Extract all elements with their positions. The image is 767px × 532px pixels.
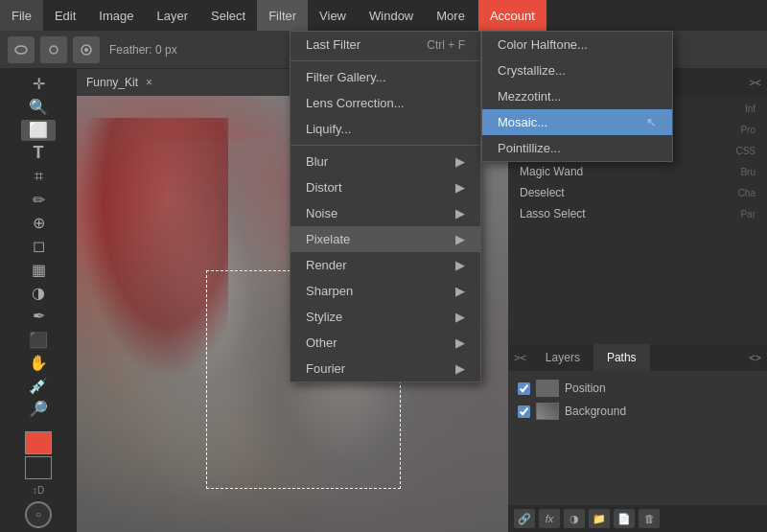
trash-btn[interactable]: 🗑 — [639, 509, 660, 528]
filter-sharpen-label: Sharpen — [306, 284, 353, 298]
pen-tool[interactable]: ✒ — [21, 306, 56, 327]
clone-tool[interactable]: ⊕ — [21, 213, 56, 234]
history-tag-2: Pro — [740, 125, 755, 135]
filter-fourier-arrow: ▶ — [455, 361, 465, 376]
eraser-tool[interactable]: ◻ — [21, 236, 56, 257]
layer-background-visibility[interactable] — [518, 405, 530, 418]
menu-window[interactable]: Window — [358, 0, 425, 31]
foreground-color[interactable] — [25, 431, 52, 454]
effects-btn[interactable]: fx — [539, 509, 560, 528]
filter-fourier[interactable]: Fourier ▶ — [291, 356, 480, 382]
layer-visibility-checkbox[interactable] — [518, 382, 530, 395]
eyedropper-tool[interactable]: 💉 — [21, 375, 56, 396]
history-item-4[interactable]: Magic Wand Bru — [508, 161, 767, 182]
layer-name-background: Background — [565, 405, 626, 418]
filter-stylize-arrow: ▶ — [455, 310, 465, 324]
menu-edit[interactable]: Edit — [43, 0, 87, 31]
menu-image[interactable]: Image — [87, 0, 145, 31]
burn-tool[interactable]: ◑ — [21, 282, 56, 303]
tab-layers[interactable]: Layers — [532, 344, 593, 371]
svg-point-3 — [84, 48, 88, 52]
filter-noise-arrow: ▶ — [455, 206, 465, 220]
filter-noise[interactable]: Noise ▶ — [291, 200, 480, 226]
pixelate-mezzotint[interactable]: Mezzotint... — [482, 83, 672, 109]
pixelate-color-halftone[interactable]: Color Halftone... — [482, 32, 672, 58]
canvas-close-btn[interactable]: × — [146, 76, 152, 89]
shape-tool[interactable]: ⬛ — [21, 329, 56, 350]
filter-render-label: Render — [306, 258, 347, 272]
filter-divider-2 — [291, 145, 480, 146]
pixelate-crystallize[interactable]: Crystallize... — [482, 58, 672, 83]
history-label-6: Lasso Select — [520, 207, 586, 220]
history-item-5[interactable]: Deselect Cha — [508, 182, 767, 203]
history-label-5: Deselect — [520, 186, 565, 199]
layers-content: Position Background — [508, 371, 767, 505]
history-tag-3: CSS — [735, 146, 755, 156]
history-tag-1: Inf — [745, 104, 755, 114]
circle-half-btn[interactable]: ◑ — [564, 509, 585, 528]
pixelate-mosaic[interactable]: Mosaic... ↖ — [482, 109, 672, 135]
filter-distort-label: Distort — [306, 180, 342, 195]
pixelate-mosaic-label: Mosaic... — [498, 115, 547, 129]
filter-liquify-label: Liquify... — [306, 122, 351, 136]
history-item-6[interactable]: Lasso Select Par — [508, 203, 767, 224]
filter-lens-label: Lens Correction... — [306, 96, 405, 110]
pixelate-crystallize-label: Crystallize... — [498, 63, 566, 78]
filter-lens-correction[interactable]: Lens Correction... — [291, 90, 480, 116]
menu-account[interactable]: Account — [478, 0, 546, 31]
menu-filter[interactable]: Filter — [257, 0, 308, 31]
filter-distort-arrow: ▶ — [455, 180, 465, 195]
extra-tool[interactable]: ○ — [25, 501, 52, 528]
layer-name-position: Position — [565, 382, 606, 395]
folder-btn[interactable]: 📁 — [589, 509, 610, 528]
tab-paths[interactable]: Paths — [593, 344, 650, 371]
paths-options-btn[interactable]: <> — [743, 352, 767, 363]
selection-tool-btn[interactable] — [73, 36, 100, 63]
filter-last-filter[interactable]: Last Filter Ctrl + F — [291, 32, 480, 58]
document-btn[interactable]: 📄 — [614, 509, 635, 528]
filter-sharpen[interactable]: Sharpen ▶ — [291, 278, 480, 304]
lasso-tool-btn[interactable] — [8, 36, 35, 63]
crop-tool[interactable]: ⌗ — [21, 166, 56, 187]
marquee-tool[interactable]: ⬜ — [21, 120, 56, 141]
gradient-tool[interactable]: ▦ — [21, 259, 56, 280]
filter-gallery[interactable]: Filter Gallery... — [291, 64, 480, 90]
zoom-tool[interactable]: 🔍 — [21, 96, 56, 117]
filter-last-filter-label: Last Filter — [306, 37, 360, 52]
filter-stylize[interactable]: Stylize ▶ — [291, 304, 480, 330]
filter-sharpen-arrow: ▶ — [455, 284, 465, 298]
filter-liquify[interactable]: Liquify... — [291, 116, 480, 142]
cursor-indicator: ↖ — [646, 115, 657, 129]
menubar: File Edit Image Layer Select Filter View… — [0, 0, 767, 31]
menu-file[interactable]: File — [0, 0, 43, 31]
filter-blur[interactable]: Blur ▶ — [291, 149, 480, 174]
filter-distort[interactable]: Distort ▶ — [291, 174, 480, 200]
filter-pixelate[interactable]: Pixelate ▶ — [291, 226, 480, 252]
background-color[interactable] — [25, 456, 52, 479]
layers-panel-collapse[interactable]: >< — [508, 352, 532, 363]
filter-render[interactable]: Render ▶ — [291, 252, 480, 278]
filter-render-arrow: ▶ — [455, 258, 465, 272]
history-tag-6: Par — [740, 209, 755, 220]
feather-label: Feather: 0 px — [109, 43, 177, 57]
text-tool[interactable]: T — [21, 143, 56, 164]
brush-tool[interactable]: ✏ — [21, 189, 56, 210]
filter-last-filter-shortcut: Ctrl + F — [427, 38, 465, 52]
menu-view[interactable]: View — [308, 0, 358, 31]
menu-more[interactable]: More — [425, 0, 476, 31]
layer-thumb-background — [536, 403, 559, 420]
wand-tool-btn[interactable] — [40, 36, 67, 63]
magnify-tool[interactable]: 🔎 — [21, 399, 56, 420]
pixelate-pointillize[interactable]: Pointillize... — [482, 135, 672, 161]
layer-row-background[interactable]: Background — [514, 400, 761, 423]
filter-other[interactable]: Other ▶ — [291, 330, 480, 356]
chain-btn[interactable]: 🔗 — [514, 509, 535, 528]
hand-tool[interactable]: ✋ — [21, 352, 56, 373]
menu-select[interactable]: Select — [199, 0, 257, 31]
pixelate-pointillize-label: Pointillize... — [498, 141, 561, 155]
menu-layer[interactable]: Layer — [146, 0, 200, 31]
move-tool[interactable]: ✛ — [21, 73, 56, 94]
canvas-filename: Funny_Kit — [86, 76, 138, 89]
layer-row-position[interactable]: Position — [514, 377, 761, 400]
panel-options-btn[interactable]: >< — [743, 77, 767, 88]
